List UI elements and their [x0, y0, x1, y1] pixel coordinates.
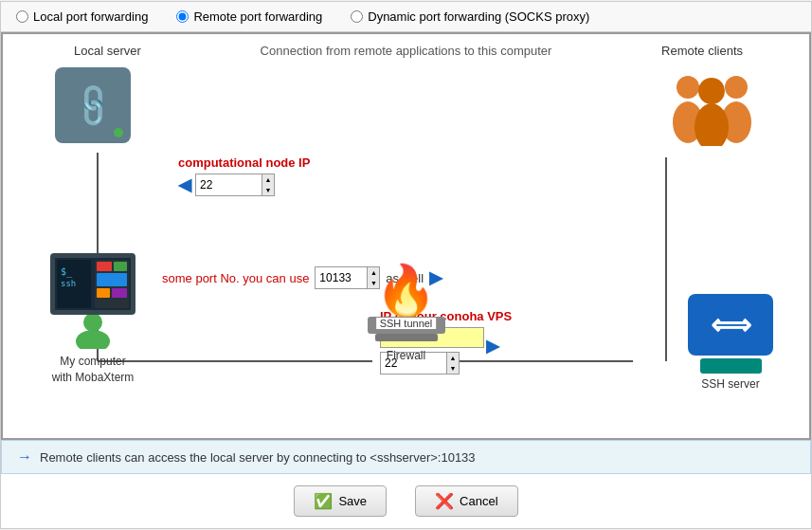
- radio-local-input[interactable]: [16, 10, 28, 23]
- computer-screen: $_ ssh: [50, 253, 135, 315]
- my-computer-icon: $_ ssh My computer with MobaXterm: [50, 253, 135, 386]
- radio-remote-input[interactable]: [176, 10, 189, 23]
- save-label: Save: [338, 494, 367, 508]
- my-computer-line2: with MobaXterm: [52, 371, 135, 384]
- svg-rect-20: [112, 288, 127, 298]
- radio-remote-label: Remote port forwarding: [193, 9, 322, 24]
- svg-point-21: [83, 313, 102, 332]
- cancel-label: Cancel: [460, 494, 497, 508]
- radio-dynamic-input[interactable]: [351, 10, 363, 23]
- middle-port-label: some port No. you can use: [162, 271, 309, 285]
- svg-rect-18: [97, 273, 127, 286]
- flame-icon: 🔥: [368, 265, 445, 315]
- server-box: 🔗: [55, 67, 131, 143]
- ssh-device-base: [700, 358, 762, 374]
- connection-desc: Connection from remote applications to t…: [192, 44, 620, 58]
- ssh-arrows-icon: ⟺: [711, 308, 751, 341]
- local-server-icon: 🔗: [55, 67, 140, 153]
- my-computer-label: My computer with MobaXterm: [50, 354, 135, 386]
- ssh-server-label: SSH server: [688, 377, 773, 391]
- firewall-label: Firewall: [368, 349, 445, 362]
- ssh-server-box: ⟺: [688, 294, 773, 356]
- vps-arrow-right: ▶: [486, 336, 499, 356]
- chain-icon: 🔗: [66, 79, 118, 131]
- radio-local-label: Local port forwarding: [33, 9, 148, 24]
- ssh-server-icon: ⟺ SSH server: [688, 294, 773, 391]
- radio-dynamic[interactable]: Dynamic port forwarding (SOCKS proxy): [351, 9, 589, 24]
- computational-node-area: computational node IP ◀ ▲ ▼: [178, 155, 310, 196]
- info-bar-text: Remote clients can access the local serv…: [40, 450, 476, 465]
- svg-point-7: [725, 76, 748, 99]
- comp-node-spinbox[interactable]: ▲ ▼: [195, 174, 275, 196]
- comp-node-spin-down[interactable]: ▼: [262, 185, 274, 195]
- svg-point-22: [76, 330, 110, 349]
- comp-node-port-input[interactable]: [195, 174, 262, 196]
- diagram-area: Local server Connection from remote appl…: [1, 32, 811, 440]
- main-container: Local port forwarding Remote port forwar…: [0, 1, 812, 529]
- cancel-icon: ❌: [435, 492, 454, 510]
- vps-port-spin-down[interactable]: ▼: [447, 363, 459, 374]
- firewall-base-bottom: [375, 334, 438, 341]
- svg-text:ssh: ssh: [61, 279, 76, 288]
- radio-bar: Local port forwarding Remote port forwar…: [1, 2, 811, 32]
- radio-local[interactable]: Local port forwarding: [16, 9, 148, 24]
- svg-rect-19: [97, 288, 110, 298]
- info-bar: → Remote clients can access the local se…: [1, 440, 811, 474]
- firewall-icon: 🔥 Firewall: [368, 265, 445, 362]
- my-computer-line1: My computer: [60, 355, 125, 368]
- save-icon: ✅: [314, 492, 333, 510]
- info-bar-arrow-icon: →: [17, 448, 32, 466]
- ssh-tunnel-label: SSH tunnel: [376, 318, 437, 329]
- comp-node-label: computational node IP: [178, 155, 310, 170]
- comp-node-spin-up[interactable]: ▲: [262, 174, 274, 185]
- vps-port-spinbox-btns: ▲ ▼: [446, 352, 460, 375]
- middle-port-input[interactable]: [315, 266, 367, 289]
- comp-node-input-row: ◀ ▲ ▼: [178, 174, 310, 196]
- remote-clients-icon: [667, 70, 757, 149]
- vps-port-spin-up[interactable]: ▲: [447, 353, 459, 363]
- arrow-left-icon: ◀: [178, 174, 191, 195]
- radio-dynamic-label: Dynamic port forwarding (SOCKS proxy): [368, 9, 589, 24]
- svg-point-9: [698, 78, 725, 104]
- server-dot: [114, 128, 123, 137]
- svg-text:$_: $_: [61, 266, 73, 278]
- remote-clients-label: Remote clients: [661, 44, 743, 58]
- local-server-label: Local server: [74, 44, 141, 58]
- svg-rect-17: [114, 262, 127, 271]
- comp-node-spinbox-btns: ▲ ▼: [262, 174, 275, 196]
- cancel-button[interactable]: ❌ Cancel: [415, 485, 517, 517]
- save-button[interactable]: ✅ Save: [294, 485, 387, 517]
- buttons-row: ✅ Save ❌ Cancel: [1, 474, 811, 528]
- svg-point-5: [677, 76, 699, 99]
- radio-remote[interactable]: Remote port forwarding: [176, 9, 322, 24]
- svg-rect-16: [97, 262, 112, 271]
